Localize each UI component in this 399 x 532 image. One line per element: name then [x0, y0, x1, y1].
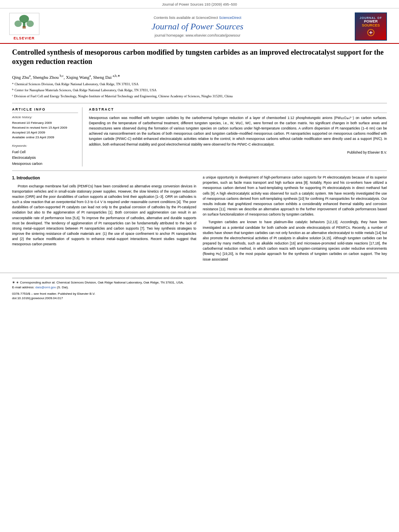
info-abstract-section: ARTICLE INFO Article history: Received 1…: [12, 107, 387, 166]
homepage-line: journal homepage: www.elsevier.com/locat…: [40, 33, 355, 37]
article-info-column: ARTICLE INFO Article history: Received 1…: [12, 107, 82, 166]
affil-b: ᵇ Center for Nanophase Materials Science…: [12, 88, 387, 93]
svg-point-4: [27, 21, 34, 27]
keywords-label: Keywords:: [12, 144, 78, 148]
corresponding-note: ∗ ∗ Corresponding author at: Chemical Sc…: [12, 278, 387, 290]
logo-sources: SOURCES: [362, 23, 380, 27]
affil-c: ᶜ Division of Fuel Cell and Energy Techn…: [12, 94, 387, 99]
article-history-label: Article history:: [12, 115, 78, 119]
journal-reference: Journal of Power Sources 193 (2009) 495–…: [162, 2, 237, 6]
contents-available-line: Contents lists available at ScienceDirec…: [40, 16, 355, 20]
keyword-fuel-cell: Fuel Cell: [12, 149, 78, 155]
introduction-heading: 1. Introduction: [12, 175, 196, 181]
available-date: Available online 23 April 2009: [12, 135, 78, 140]
article-title: Controlled synthesis of mesoporous carbo…: [12, 48, 387, 70]
affiliations: ᵃ Chemical Sciences Division, Oak Ridge …: [12, 82, 387, 103]
issn-text: 0378-7753/$ – see front matter. Publishe…: [12, 292, 387, 296]
email-address[interactable]: dais@ornl.gov: [35, 286, 56, 289]
logo-power: POWER: [364, 19, 378, 23]
body-col-right: a unique opportunity in development of h…: [203, 175, 387, 265]
elsevier-logo: ELSEVIER: [8, 13, 40, 40]
section-divider: [12, 170, 387, 171]
power-sources-logo-icon: [363, 29, 379, 37]
authors-line: Qing Zhua, Shenghu Zhou b,c, Xiqing Wang…: [12, 74, 387, 80]
email-label: E-mail address:: [12, 286, 35, 289]
main-content: Controlled synthesis of mesoporous carbo…: [0, 44, 399, 269]
elsevier-label: ELSEVIER: [14, 36, 35, 40]
journal-title-center: Contents lists available at ScienceDirec…: [40, 16, 355, 37]
keyword-electrocatalysis: Electrocatalysis: [12, 155, 78, 160]
footer-note: 0378-7753/$ – see front matter. Publishe…: [12, 292, 387, 300]
journal-name: Journal of Power Sources: [40, 21, 355, 32]
abstract-heading: ABSTRACT: [89, 107, 387, 113]
published-by: Published by Elsevier B.V.: [89, 150, 387, 154]
svg-rect-5: [23, 26, 26, 29]
sciencedirect-link[interactable]: ScienceDirect: [219, 16, 242, 20]
keyword-mesoporous: Mesoporous carbon: [12, 161, 78, 166]
intro-paragraph-1: Proton exchange membrane fuel cells (PEM…: [12, 184, 196, 247]
journal-logo-right: JOURNAL OF POWER SOURCES: [355, 12, 387, 41]
intro-paragraph-2: a unique opportunity in development of h…: [203, 175, 387, 217]
page-wrapper: Journal of Power Sources 193 (2009) 495–…: [0, 0, 399, 532]
revised-date: Received in revised form 15 April 2009: [12, 125, 78, 130]
elsevier-tree-icon: [12, 15, 36, 33]
affil-a: ᵃ Chemical Sciences Division, Oak Ridge …: [12, 82, 387, 87]
journal-header: ELSEVIER Contents lists available at Sci…: [0, 8, 399, 44]
email-name: (S. Dai).: [57, 286, 68, 289]
body-text-section: 1. Introduction Proton exchange membrane…: [12, 175, 387, 265]
elsevier-logo-image: [9, 13, 39, 35]
accepted-date: Accepted 16 April 2009: [12, 130, 78, 135]
keywords-section: Keywords: Fuel Cell Electrocatalysis Mes…: [12, 144, 78, 166]
top-bar: Journal of Power Sources 193 (2009) 495–…: [0, 0, 399, 8]
footer-section: ∗ ∗ Corresponding author at: Chemical Sc…: [0, 273, 399, 302]
svg-point-3: [14, 21, 22, 27]
doi-text: doi:10.1016/j.jpowsour.2009.04.017: [12, 296, 387, 300]
received-date: Received 10 February 2009: [12, 121, 78, 125]
intro-paragraph-3: Tungsten carbides are known to have plat…: [203, 220, 387, 262]
abstract-text: Mesoporous carbon was modified with tung…: [89, 115, 387, 147]
abstract-column: ABSTRACT Mesoporous carbon was modified …: [89, 107, 387, 166]
body-col-left: 1. Introduction Proton exchange membrane…: [12, 175, 196, 265]
article-info-heading: ARTICLE INFO: [12, 107, 78, 113]
